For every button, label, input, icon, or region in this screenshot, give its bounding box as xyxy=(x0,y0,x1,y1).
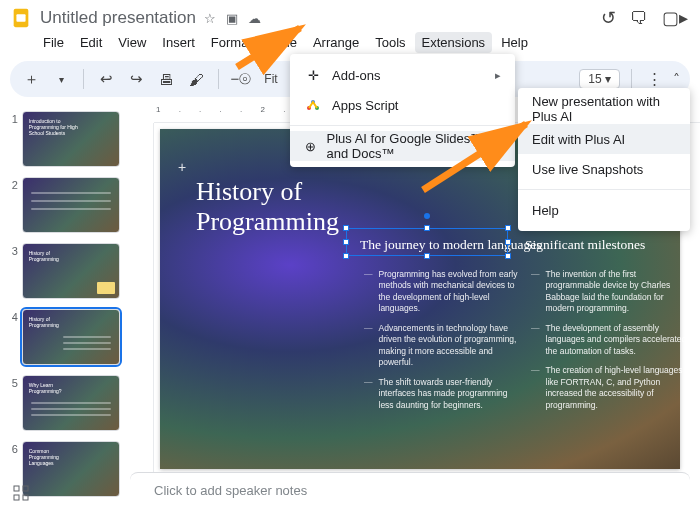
grid-view-button[interactable] xyxy=(10,482,32,504)
paint-format-button[interactable]: 🖌 xyxy=(185,67,207,91)
menu-tools[interactable]: Tools xyxy=(368,32,412,53)
submenu-new-presentation[interactable]: New presentation with Plus AI xyxy=(518,94,690,124)
body-column-2[interactable]: —The invention of the first programmable… xyxy=(545,269,690,419)
body-column-1[interactable]: —Programming has evolved from early meth… xyxy=(378,269,523,419)
menu-extensions[interactable]: Extensions xyxy=(415,32,493,53)
svg-rect-5 xyxy=(23,495,28,500)
slide-title[interactable]: History ofProgramming xyxy=(196,177,339,237)
new-slide-button[interactable]: ＋ xyxy=(20,67,42,91)
svg-line-10 xyxy=(423,124,526,190)
plus-ai-submenu: New presentation with Plus AI Edit with … xyxy=(518,88,690,231)
menu-edit[interactable]: Edit xyxy=(73,32,109,53)
svg-rect-1 xyxy=(16,14,25,21)
undo-button[interactable]: ↩ xyxy=(95,67,117,91)
plus-ai-icon: ⊕ xyxy=(304,139,317,154)
thumbnail-5[interactable]: Why Learn Programming? xyxy=(22,375,120,431)
text-selection-box[interactable] xyxy=(346,228,508,256)
menu-arrange[interactable]: Arrange xyxy=(306,32,366,53)
menu-apps-script[interactable]: Apps Script xyxy=(290,90,515,120)
submenu-edit-with-plus-ai[interactable]: Edit with Plus AI xyxy=(518,124,690,154)
thumbnail-3[interactable]: History of Programming xyxy=(22,243,120,299)
menu-addons[interactable]: ✛ Add-ons▸ xyxy=(290,60,515,90)
menu-file[interactable]: File xyxy=(36,32,71,53)
thumbnail-2[interactable] xyxy=(22,177,120,233)
menu-view[interactable]: View xyxy=(111,32,153,53)
annotation-arrow-1 xyxy=(232,22,312,75)
subheading-2[interactable]: Significant milestones xyxy=(525,237,645,253)
svg-line-9 xyxy=(237,28,300,67)
redo-button[interactable]: ↪ xyxy=(125,67,147,91)
plus-icon: + xyxy=(178,159,186,175)
svg-rect-4 xyxy=(14,495,19,500)
submenu-help[interactable]: Help xyxy=(518,195,690,225)
annotation-arrow-2 xyxy=(418,118,538,201)
comments-icon[interactable]: 🗨 xyxy=(630,8,648,29)
star-icon[interactable]: ☆ xyxy=(204,11,216,26)
present-icon[interactable]: ▢▸ xyxy=(662,7,688,29)
thumbnail-6[interactable]: Common Programming Languages xyxy=(22,441,120,497)
print-button[interactable]: 🖶 xyxy=(155,67,177,91)
collapse-toolbar[interactable]: ˄ xyxy=(673,71,680,87)
thumbnail-4[interactable]: History of Programming xyxy=(22,309,120,365)
thumbnail-1[interactable]: Introduction to Programming for High Sch… xyxy=(22,111,120,167)
history-icon[interactable]: ↺ xyxy=(601,7,616,29)
slide-thumbnails: 1Introduction to Programming for High Sc… xyxy=(0,105,126,514)
vertical-ruler xyxy=(138,123,154,514)
svg-rect-2 xyxy=(14,486,19,491)
speaker-notes[interactable]: Click to add speaker notes xyxy=(130,472,690,514)
menu-insert[interactable]: Insert xyxy=(155,32,202,53)
font-size-input[interactable]: 15 ▾ xyxy=(579,69,620,89)
new-slide-dropdown[interactable]: ▾ xyxy=(50,67,72,91)
document-title[interactable]: Untitled presentation xyxy=(40,8,196,28)
title-bar: Untitled presentation ☆ ▣ ☁ ↺ 🗨 ▢▸ xyxy=(0,0,700,30)
menu-bar: File Edit View Insert Format Slide Arran… xyxy=(0,30,700,57)
menu-help[interactable]: Help xyxy=(494,32,535,53)
svg-rect-3 xyxy=(23,486,28,491)
apps-script-icon xyxy=(304,98,322,112)
slides-logo[interactable] xyxy=(8,5,34,31)
submenu-live-snapshots[interactable]: Use live Snapshots xyxy=(518,154,690,184)
